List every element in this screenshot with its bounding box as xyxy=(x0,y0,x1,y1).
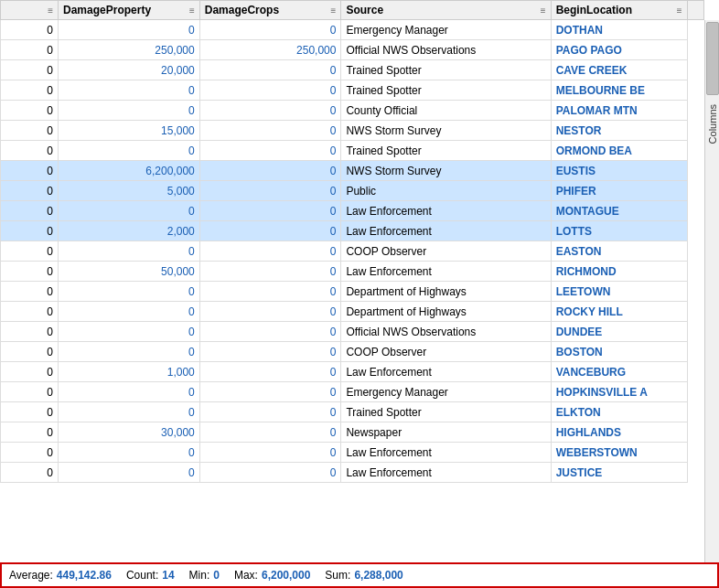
table-row[interactable]: 000Law EnforcementMONTAGUE xyxy=(1,201,704,221)
col-header-damage-crops[interactable]: DamageCrops ≡ xyxy=(199,1,341,20)
sort-icon-damage-property: ≡ xyxy=(189,5,195,16)
col-header-first[interactable]: ≡ xyxy=(1,1,59,20)
col-header-damage-property[interactable]: DamageProperty ≡ xyxy=(59,1,200,20)
table-row[interactable]: 000Law EnforcementJUSTICE xyxy=(1,463,704,483)
table-row[interactable]: 000Trained SpotterELKTON xyxy=(1,402,704,422)
count-label: Count: xyxy=(126,569,158,582)
table-row[interactable]: 000Trained SpotterORMOND BEA xyxy=(1,141,704,161)
table-row[interactable]: 01,0000Law EnforcementVANCEBURG xyxy=(1,362,704,382)
sum-value: 6,288,000 xyxy=(354,569,402,582)
status-bar: Average: 449,142.86 Count: 14 Min: 0 Max… xyxy=(0,562,719,588)
main-container: ≡ DamageProperty ≡ DamageCrops xyxy=(0,0,719,588)
header-row: ≡ DamageProperty ≡ DamageCrops xyxy=(1,1,704,20)
table-row[interactable]: 05,0000PublicPHIFER xyxy=(1,181,704,201)
average-value: 449,142.86 xyxy=(57,569,112,582)
table-row[interactable]: 06,200,0000NWS Storm SurveyEUSTIS xyxy=(1,161,704,181)
table-row[interactable]: 000Official NWS ObservationsDUNDEE xyxy=(1,322,704,342)
average-label: Average: xyxy=(9,569,53,582)
table-wrapper: ≡ DamageProperty ≡ DamageCrops xyxy=(0,0,719,562)
sort-icon-damage-crops: ≡ xyxy=(331,5,337,16)
table-row[interactable]: 000Emergency ManagerHOPKINSVILLE A xyxy=(1,382,704,402)
col-header-source[interactable]: Source ≡ xyxy=(341,1,551,20)
max-value: 6,200,000 xyxy=(262,569,310,582)
table-row[interactable]: 000Emergency ManagerDOTHAN xyxy=(1,20,704,40)
table-row[interactable]: 000Department of HighwaysROCKY HILL xyxy=(1,302,704,322)
max-label: Max: xyxy=(234,569,258,582)
sort-icon-first: ≡ xyxy=(48,5,53,16)
table-row[interactable]: 0250,000250,000Official NWS Observations… xyxy=(1,40,704,60)
sort-icon-source: ≡ xyxy=(541,5,546,16)
table-row[interactable]: 000COOP ObserverEASTON xyxy=(1,241,704,262)
scroll-thumb[interactable] xyxy=(706,22,719,95)
col-header-scrollbar xyxy=(687,1,703,20)
table-row[interactable]: 030,0000NewspaperHIGHLANDS xyxy=(1,422,704,443)
vertical-scrollbar[interactable]: Columns xyxy=(704,20,719,562)
sort-icon-begin-location: ≡ xyxy=(677,5,682,16)
columns-label: Columns xyxy=(707,104,718,144)
count-value: 14 xyxy=(162,569,174,582)
table-row[interactable]: 000County OfficialPALOMAR MTN xyxy=(1,101,704,121)
min-label: Min: xyxy=(189,569,210,582)
table-row[interactable]: 02,0000Law EnforcementLOTTS xyxy=(1,221,704,241)
col-header-begin-location[interactable]: BeginLocation ≡ xyxy=(551,1,687,20)
table-row[interactable]: 000Trained SpotterMELBOURNE BE xyxy=(1,80,704,101)
min-value: 0 xyxy=(213,569,220,582)
sum-label: Sum: xyxy=(325,569,350,582)
table-row[interactable]: 050,0000Law EnforcementRICHMOND xyxy=(1,262,704,282)
table-row[interactable]: 000COOP ObserverBOSTON xyxy=(1,342,704,362)
table-row[interactable]: 020,0000Trained SpotterCAVE CREEK xyxy=(1,60,704,80)
table-row[interactable]: 000Department of HighwaysLEETOWN xyxy=(1,282,704,302)
data-table: ≡ DamageProperty ≡ DamageCrops xyxy=(0,0,704,483)
table-row[interactable]: 015,0000NWS Storm SurveyNESTOR xyxy=(1,121,704,141)
table-row[interactable]: 000Law EnforcementWEBERSTOWN xyxy=(1,443,704,463)
